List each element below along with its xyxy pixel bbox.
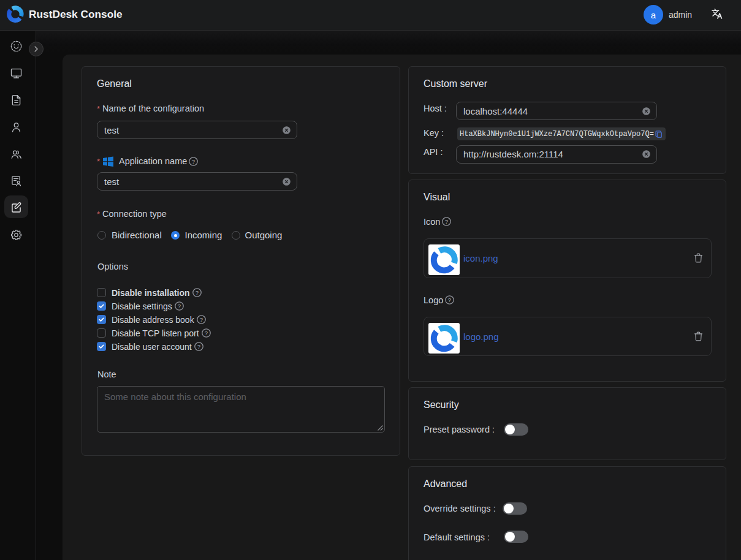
svg-text:?: ? — [178, 303, 181, 309]
svg-text:?: ? — [445, 218, 448, 225]
svg-text:?: ? — [205, 330, 208, 336]
svg-text:?: ? — [195, 289, 198, 296]
svg-text:?: ? — [197, 343, 200, 350]
svg-text:?: ? — [192, 157, 195, 164]
svg-text:?: ? — [448, 297, 451, 303]
svg-text:?: ? — [199, 316, 202, 323]
